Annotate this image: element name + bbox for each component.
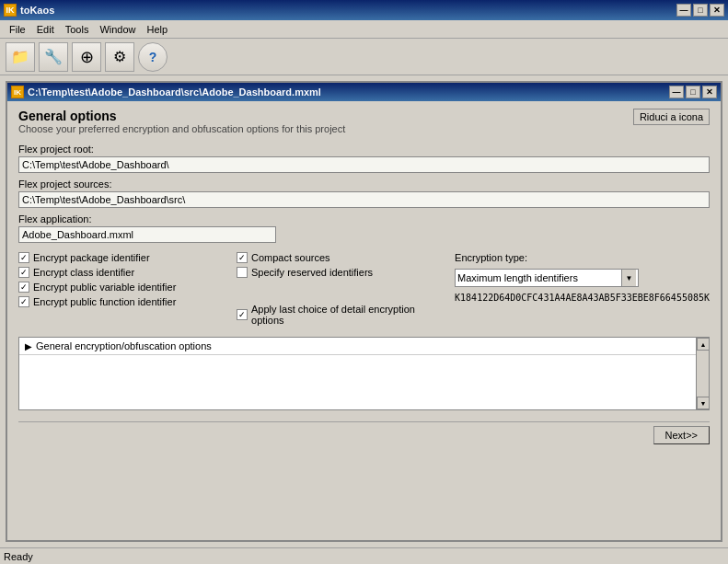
checkbox-apply-last-choice: Apply last choice of detail encryption o… xyxy=(237,304,444,326)
menu-edit[interactable]: Edit xyxy=(31,22,60,37)
dialog-window-controls: — □ ✕ xyxy=(669,86,717,98)
dialog-title: C:\Temp\test\Adobe_Dashboard\src\Adobe_D… xyxy=(28,86,669,98)
dialog-content: General options Choose your preferred en… xyxy=(7,101,721,540)
header-section: General options Choose your preferred en… xyxy=(18,109,710,134)
encryption-section: Encryption type: Maximum length identifi… xyxy=(455,252,710,326)
add-button[interactable]: ⊕ xyxy=(72,42,101,72)
tree-area: ▶ General encryption/obfuscation options… xyxy=(18,337,710,410)
open-file-button[interactable]: 📁 xyxy=(6,42,35,72)
flex-application-label: Flex application: xyxy=(18,213,710,224)
checkbox-encrypt-class: Encrypt class identifier xyxy=(18,267,225,278)
dialog-maximize-button[interactable]: □ xyxy=(686,86,700,98)
flex-project-sources-field: Flex project sources: xyxy=(18,178,710,208)
window-controls: — □ ✕ xyxy=(676,4,724,17)
next-button[interactable]: Next>> xyxy=(653,426,710,444)
gear-button[interactable]: ⚙ xyxy=(105,42,134,72)
flex-project-root-input[interactable] xyxy=(18,156,710,173)
specify-reserved-checkbox[interactable] xyxy=(237,267,248,278)
status-bar: Ready xyxy=(0,547,728,564)
app-title: toKaos xyxy=(20,5,676,16)
tree-header[interactable]: ▶ General encryption/obfuscation options xyxy=(19,338,696,355)
flex-project-root-field: Flex project root: xyxy=(18,144,710,173)
dropdown-arrow-icon[interactable]: ▼ xyxy=(621,270,636,286)
tree-item-label: General encryption/obfuscation options xyxy=(36,340,212,351)
reduce-icon-button[interactable]: Riduci a icona xyxy=(633,109,710,125)
checkboxes-right: Compact sources Specify reserved identif… xyxy=(237,252,444,326)
flex-project-sources-input[interactable] xyxy=(18,191,710,208)
toolbar: 📁 🔧 ⊕ ⚙ ? xyxy=(0,39,728,75)
settings-button[interactable]: 🔧 xyxy=(39,42,68,72)
outer-window: IK toKaos — □ ✕ File Edit Tools Window H… xyxy=(0,0,728,564)
tree-arrow-icon: ▶ xyxy=(25,341,32,351)
status-text: Ready xyxy=(4,551,33,562)
dialog-title-bar: IK C:\Temp\test\Adobe_Dashboard\src\Adob… xyxy=(7,83,721,101)
options-area: Encrypt package identifier Encrypt class… xyxy=(18,252,710,326)
flex-application-field: Flex application: xyxy=(18,213,710,243)
maximize-button[interactable]: □ xyxy=(693,4,708,17)
scroll-down-button[interactable]: ▼ xyxy=(697,397,710,409)
checkbox-compact-sources: Compact sources xyxy=(237,252,444,263)
dialog-minimize-button[interactable]: — xyxy=(669,86,684,98)
flex-application-input[interactable] xyxy=(18,226,276,243)
flex-project-sources-label: Flex project sources: xyxy=(18,178,710,190)
encrypt-package-label: Encrypt package identifier xyxy=(33,252,150,263)
apply-last-choice-checkbox[interactable] xyxy=(237,309,248,320)
menu-tools[interactable]: Tools xyxy=(60,22,95,37)
close-button[interactable]: ✕ xyxy=(710,4,724,17)
encryption-type-label: Encryption type: xyxy=(455,252,710,263)
dialog-header-subtitle: Choose your preferred encryption and obf… xyxy=(18,123,345,134)
dialog-window: IK C:\Temp\test\Adobe_Dashboard\src\Adob… xyxy=(6,81,722,542)
checkbox-specify-reserved: Specify reserved identifiers xyxy=(237,267,444,278)
apply-last-choice-label: Apply last choice of detail encryption o… xyxy=(251,304,444,326)
menu-file[interactable]: File xyxy=(4,22,31,37)
encrypt-class-checkbox[interactable] xyxy=(18,267,29,278)
tree-inner: ▶ General encryption/obfuscation options xyxy=(19,338,696,409)
dialog-close-button[interactable]: ✕ xyxy=(702,86,717,98)
inner-area: IK C:\Temp\test\Adobe_Dashboard\src\Adob… xyxy=(0,75,728,547)
encrypt-package-checkbox[interactable] xyxy=(18,252,29,263)
encryption-type-dropdown[interactable]: Maximum length identifiers ▼ xyxy=(455,269,639,287)
tree-row: ▶ General encryption/obfuscation options… xyxy=(19,338,709,409)
encrypt-public-func-checkbox[interactable] xyxy=(18,296,29,307)
encrypt-class-label: Encrypt class identifier xyxy=(33,267,134,278)
outer-title-bar: IK toKaos — □ ✕ xyxy=(0,0,728,20)
hash-display: K184122D64D0CFC431A4AE8A43AB5F33EBE8F664… xyxy=(455,293,710,303)
dialog-app-icon: IK xyxy=(11,86,24,98)
encrypt-public-var-label: Encrypt public variable identifier xyxy=(33,282,176,293)
encrypt-public-func-label: Encrypt public function identifier xyxy=(33,296,176,307)
dialog-header-title: General options xyxy=(18,109,345,123)
bottom-area: Next>> xyxy=(18,421,710,444)
header-text: General options Choose your preferred en… xyxy=(18,109,345,134)
compact-sources-checkbox[interactable] xyxy=(237,252,248,263)
menu-bar: File Edit Tools Window Help xyxy=(0,20,728,39)
scroll-up-button[interactable]: ▲ xyxy=(697,338,710,351)
compact-sources-label: Compact sources xyxy=(251,252,330,263)
checkbox-encrypt-package: Encrypt package identifier xyxy=(18,252,225,263)
menu-help[interactable]: Help xyxy=(142,22,174,37)
encryption-type-selected: Maximum length identifiers xyxy=(457,272,621,283)
menu-window[interactable]: Window xyxy=(94,22,141,37)
minimize-button[interactable]: — xyxy=(676,4,691,17)
encrypt-public-var-checkbox[interactable] xyxy=(18,282,29,293)
checkbox-encrypt-public-func: Encrypt public function identifier xyxy=(18,296,225,307)
help-button[interactable]: ? xyxy=(138,42,168,72)
flex-project-root-label: Flex project root: xyxy=(18,144,710,155)
specify-reserved-label: Specify reserved identifiers xyxy=(251,267,373,278)
tree-scrollbar: ▲ ▼ xyxy=(696,338,709,409)
checkbox-encrypt-public-var: Encrypt public variable identifier xyxy=(18,282,225,293)
checkboxes-left: Encrypt package identifier Encrypt class… xyxy=(18,252,225,326)
app-icon: IK xyxy=(4,4,17,17)
